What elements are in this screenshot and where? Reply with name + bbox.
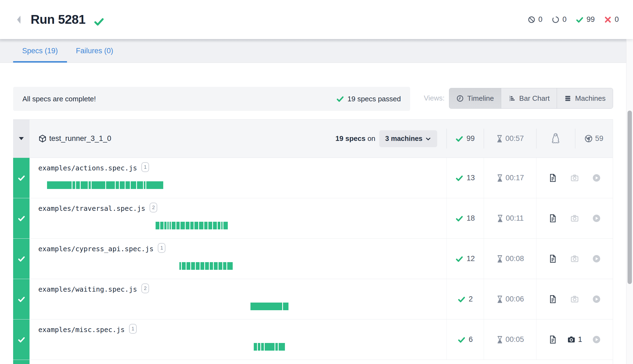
- video-button[interactable]: [586, 214, 608, 223]
- machine-count-badge: 1: [129, 324, 137, 334]
- timeline-test-segment[interactable]: [81, 181, 88, 189]
- spec-name[interactable]: examples/cypress_api.spec.js: [38, 244, 153, 254]
- timeline-test-segment[interactable]: [47, 181, 72, 189]
- timeline-test-segment[interactable]: [190, 222, 194, 229]
- chevron-down-icon: [425, 136, 431, 142]
- page-scrollbar-thumb[interactable]: [628, 111, 632, 284]
- timeline-test-segment[interactable]: [275, 343, 278, 351]
- timeline-test-segment[interactable]: [200, 262, 204, 270]
- timeline-test-segment[interactable]: [279, 343, 285, 351]
- spec-passed-count: 18: [466, 214, 475, 223]
- timeline-test-segment[interactable]: [199, 222, 203, 229]
- timeline-test-segment[interactable]: [194, 222, 198, 229]
- timeline-test-segment[interactable]: [170, 222, 171, 229]
- spec-name[interactable]: examples/actions.spec.js: [38, 163, 137, 173]
- screenshots-button[interactable]: 1: [564, 335, 586, 344]
- page-scrollbar-track[interactable]: [626, 0, 633, 364]
- screenshots-button[interactable]: [564, 174, 586, 182]
- timeline-test-segment[interactable]: [227, 262, 233, 270]
- stdout-button[interactable]: [542, 335, 564, 344]
- tab-bar: Specs (19)Failures (0): [0, 39, 633, 63]
- video-button[interactable]: [586, 335, 608, 344]
- spec-name[interactable]: examples/traversal.spec.js: [38, 204, 145, 214]
- screenshots-button[interactable]: [564, 254, 586, 263]
- timeline-test-segment[interactable]: [146, 181, 163, 189]
- play-circle-icon: [592, 254, 601, 263]
- view-button-timeline[interactable]: Timeline: [449, 88, 501, 108]
- duration-value: 00:08: [506, 254, 524, 263]
- stdout-button[interactable]: [542, 254, 564, 263]
- stdout-button[interactable]: [542, 174, 564, 182]
- timeline-test-segment[interactable]: [179, 262, 181, 270]
- screenshots-button[interactable]: [564, 295, 586, 303]
- timeline-test-segment[interactable]: [214, 262, 218, 270]
- timeline-test-segment[interactable]: [221, 222, 223, 229]
- machines-dropdown[interactable]: 3 machines: [379, 130, 437, 147]
- machine-group-row: test_runner_3_1_0 19 specs on 3 machines…: [13, 120, 613, 158]
- stdout-button[interactable]: [542, 295, 564, 303]
- timeline-test-segment[interactable]: [186, 262, 190, 270]
- timeline-test-segment[interactable]: [72, 181, 75, 189]
- timeline-test-segment[interactable]: [218, 262, 222, 270]
- timeline-test-segment[interactable]: [191, 262, 195, 270]
- spec-name[interactable]: examples/waiting.spec.js: [38, 285, 137, 294]
- timeline-test-segment[interactable]: [265, 343, 275, 351]
- back-button[interactable]: [15, 15, 22, 25]
- timeline-test-segment[interactable]: [186, 222, 189, 229]
- timeline-test-segment[interactable]: [126, 181, 130, 189]
- timeline-test-segment[interactable]: [167, 222, 169, 229]
- timeline-test-segment[interactable]: [208, 222, 212, 229]
- tab-specs[interactable]: Specs (19): [13, 39, 67, 63]
- timeline-test-segment[interactable]: [223, 262, 226, 270]
- spec-title: examples/traversal.spec.js2: [38, 204, 447, 214]
- timeline-test-segment[interactable]: [160, 222, 164, 229]
- view-button-machines[interactable]: Machines: [557, 88, 613, 108]
- video-button[interactable]: [586, 174, 608, 182]
- timeline-test-segment[interactable]: [106, 181, 115, 189]
- timeline-test-segment[interactable]: [120, 181, 125, 189]
- timeline-test-segment[interactable]: [144, 181, 145, 189]
- timeline-test-segment[interactable]: [156, 222, 159, 229]
- timeline-test-segment[interactable]: [76, 181, 80, 189]
- view-button-label: Bar Chart: [519, 94, 550, 103]
- camera-icon: [570, 174, 579, 182]
- play-circle-icon: [592, 214, 601, 223]
- timeline-test-segment[interactable]: [137, 181, 143, 189]
- timeline-test-segment[interactable]: [92, 181, 105, 189]
- timeline-test-segment[interactable]: [205, 262, 209, 270]
- video-button[interactable]: [586, 295, 608, 303]
- timeline-test-segment[interactable]: [89, 181, 91, 189]
- ban-icon: [528, 16, 535, 23]
- play-circle-icon: [592, 335, 601, 344]
- timeline-test-segment[interactable]: [213, 222, 217, 229]
- timeline-test-segment[interactable]: [131, 181, 136, 189]
- timeline-test-segment[interactable]: [261, 343, 264, 351]
- collapse-group-button[interactable]: [13, 120, 30, 158]
- timeline-test-segment[interactable]: [116, 181, 119, 189]
- timeline-test-segment[interactable]: [250, 303, 282, 310]
- timeline-test-segment[interactable]: [176, 222, 180, 229]
- failed-stat: 0: [604, 15, 619, 24]
- timeline-test-segment[interactable]: [180, 222, 185, 229]
- timeline-test-segment[interactable]: [196, 262, 200, 270]
- timeline-test-segment[interactable]: [218, 222, 220, 229]
- spec-name[interactable]: examples/misc.spec.js: [38, 325, 125, 335]
- spec-timeline: [47, 181, 447, 189]
- timeline-test-segment[interactable]: [254, 343, 257, 351]
- view-button-bar-chart[interactable]: Bar Chart: [501, 88, 557, 108]
- tab-failures[interactable]: Failures (0): [67, 39, 122, 63]
- timeline-test-segment[interactable]: [182, 262, 186, 270]
- screenshots-button[interactable]: [564, 214, 586, 223]
- page-header: Run 5281 00990: [0, 0, 633, 39]
- spec-title: examples/waiting.spec.js2: [38, 285, 447, 294]
- spec-cell: examples/traversal.spec.js2: [30, 198, 447, 238]
- timeline-test-segment[interactable]: [204, 222, 208, 229]
- timeline-test-segment[interactable]: [283, 303, 288, 310]
- timeline-test-segment[interactable]: [210, 262, 213, 270]
- timeline-test-segment[interactable]: [172, 222, 176, 229]
- video-button[interactable]: [586, 254, 608, 263]
- timeline-test-segment[interactable]: [164, 222, 167, 229]
- stdout-button[interactable]: [542, 214, 564, 223]
- timeline-test-segment[interactable]: [223, 222, 228, 229]
- timeline-test-segment[interactable]: [258, 343, 260, 351]
